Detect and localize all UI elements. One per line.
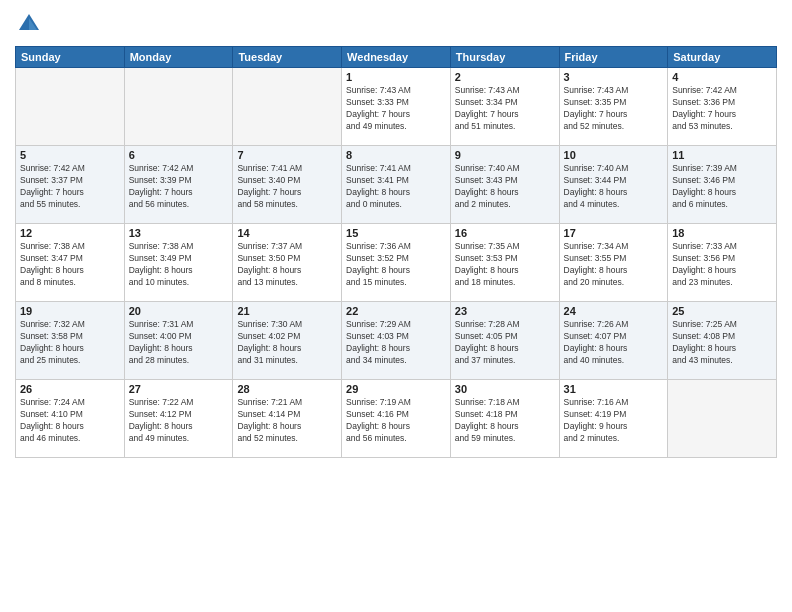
day-number: 13 [129,227,229,239]
calendar-cell: 31Sunrise: 7:16 AM Sunset: 4:19 PM Dayli… [559,380,668,458]
day-number: 22 [346,305,446,317]
day-number: 4 [672,71,772,83]
day-info: Sunrise: 7:29 AM Sunset: 4:03 PM Dayligh… [346,319,446,367]
calendar-cell: 8Sunrise: 7:41 AM Sunset: 3:41 PM Daylig… [342,146,451,224]
week-row-4: 19Sunrise: 7:32 AM Sunset: 3:58 PM Dayli… [16,302,777,380]
calendar-cell: 22Sunrise: 7:29 AM Sunset: 4:03 PM Dayli… [342,302,451,380]
day-info: Sunrise: 7:40 AM Sunset: 3:43 PM Dayligh… [455,163,555,211]
day-number: 6 [129,149,229,161]
calendar-cell: 1Sunrise: 7:43 AM Sunset: 3:33 PM Daylig… [342,68,451,146]
calendar-cell: 7Sunrise: 7:41 AM Sunset: 3:40 PM Daylig… [233,146,342,224]
col-header-friday: Friday [559,47,668,68]
day-info: Sunrise: 7:38 AM Sunset: 3:49 PM Dayligh… [129,241,229,289]
calendar-cell: 20Sunrise: 7:31 AM Sunset: 4:00 PM Dayli… [124,302,233,380]
calendar-cell: 19Sunrise: 7:32 AM Sunset: 3:58 PM Dayli… [16,302,125,380]
calendar-cell: 15Sunrise: 7:36 AM Sunset: 3:52 PM Dayli… [342,224,451,302]
calendar-cell: 17Sunrise: 7:34 AM Sunset: 3:55 PM Dayli… [559,224,668,302]
day-info: Sunrise: 7:41 AM Sunset: 3:40 PM Dayligh… [237,163,337,211]
calendar-table: SundayMondayTuesdayWednesdayThursdayFrid… [15,46,777,458]
calendar-cell: 13Sunrise: 7:38 AM Sunset: 3:49 PM Dayli… [124,224,233,302]
day-number: 29 [346,383,446,395]
day-info: Sunrise: 7:21 AM Sunset: 4:14 PM Dayligh… [237,397,337,445]
day-info: Sunrise: 7:32 AM Sunset: 3:58 PM Dayligh… [20,319,120,367]
calendar-cell: 9Sunrise: 7:40 AM Sunset: 3:43 PM Daylig… [450,146,559,224]
week-row-3: 12Sunrise: 7:38 AM Sunset: 3:47 PM Dayli… [16,224,777,302]
day-info: Sunrise: 7:34 AM Sunset: 3:55 PM Dayligh… [564,241,664,289]
day-info: Sunrise: 7:43 AM Sunset: 3:33 PM Dayligh… [346,85,446,133]
calendar-cell: 12Sunrise: 7:38 AM Sunset: 3:47 PM Dayli… [16,224,125,302]
day-info: Sunrise: 7:26 AM Sunset: 4:07 PM Dayligh… [564,319,664,367]
day-number: 26 [20,383,120,395]
calendar-cell: 5Sunrise: 7:42 AM Sunset: 3:37 PM Daylig… [16,146,125,224]
day-number: 9 [455,149,555,161]
col-header-monday: Monday [124,47,233,68]
day-info: Sunrise: 7:37 AM Sunset: 3:50 PM Dayligh… [237,241,337,289]
calendar-page: SundayMondayTuesdayWednesdayThursdayFrid… [0,0,792,612]
day-info: Sunrise: 7:40 AM Sunset: 3:44 PM Dayligh… [564,163,664,211]
calendar-cell [124,68,233,146]
day-number: 19 [20,305,120,317]
col-header-thursday: Thursday [450,47,559,68]
day-number: 21 [237,305,337,317]
col-header-sunday: Sunday [16,47,125,68]
day-number: 7 [237,149,337,161]
calendar-cell: 2Sunrise: 7:43 AM Sunset: 3:34 PM Daylig… [450,68,559,146]
day-number: 28 [237,383,337,395]
day-info: Sunrise: 7:31 AM Sunset: 4:00 PM Dayligh… [129,319,229,367]
day-number: 11 [672,149,772,161]
calendar-cell: 6Sunrise: 7:42 AM Sunset: 3:39 PM Daylig… [124,146,233,224]
day-number: 1 [346,71,446,83]
day-info: Sunrise: 7:25 AM Sunset: 4:08 PM Dayligh… [672,319,772,367]
day-number: 30 [455,383,555,395]
calendar-cell: 25Sunrise: 7:25 AM Sunset: 4:08 PM Dayli… [668,302,777,380]
day-info: Sunrise: 7:43 AM Sunset: 3:35 PM Dayligh… [564,85,664,133]
day-number: 5 [20,149,120,161]
day-info: Sunrise: 7:41 AM Sunset: 3:41 PM Dayligh… [346,163,446,211]
calendar-cell: 28Sunrise: 7:21 AM Sunset: 4:14 PM Dayli… [233,380,342,458]
day-number: 15 [346,227,446,239]
day-info: Sunrise: 7:43 AM Sunset: 3:34 PM Dayligh… [455,85,555,133]
day-number: 31 [564,383,664,395]
calendar-cell: 18Sunrise: 7:33 AM Sunset: 3:56 PM Dayli… [668,224,777,302]
day-info: Sunrise: 7:24 AM Sunset: 4:10 PM Dayligh… [20,397,120,445]
calendar-cell: 23Sunrise: 7:28 AM Sunset: 4:05 PM Dayli… [450,302,559,380]
day-number: 23 [455,305,555,317]
day-info: Sunrise: 7:16 AM Sunset: 4:19 PM Dayligh… [564,397,664,445]
calendar-cell: 21Sunrise: 7:30 AM Sunset: 4:02 PM Dayli… [233,302,342,380]
calendar-cell [16,68,125,146]
calendar-cell: 26Sunrise: 7:24 AM Sunset: 4:10 PM Dayli… [16,380,125,458]
day-number: 12 [20,227,120,239]
logo [15,10,47,38]
calendar-cell: 11Sunrise: 7:39 AM Sunset: 3:46 PM Dayli… [668,146,777,224]
day-number: 10 [564,149,664,161]
day-number: 8 [346,149,446,161]
day-number: 16 [455,227,555,239]
week-row-5: 26Sunrise: 7:24 AM Sunset: 4:10 PM Dayli… [16,380,777,458]
day-info: Sunrise: 7:35 AM Sunset: 3:53 PM Dayligh… [455,241,555,289]
day-info: Sunrise: 7:39 AM Sunset: 3:46 PM Dayligh… [672,163,772,211]
day-info: Sunrise: 7:42 AM Sunset: 3:36 PM Dayligh… [672,85,772,133]
day-number: 27 [129,383,229,395]
calendar-cell [668,380,777,458]
day-number: 25 [672,305,772,317]
day-info: Sunrise: 7:38 AM Sunset: 3:47 PM Dayligh… [20,241,120,289]
header [15,10,777,38]
day-info: Sunrise: 7:42 AM Sunset: 3:37 PM Dayligh… [20,163,120,211]
calendar-cell: 14Sunrise: 7:37 AM Sunset: 3:50 PM Dayli… [233,224,342,302]
day-number: 2 [455,71,555,83]
day-info: Sunrise: 7:30 AM Sunset: 4:02 PM Dayligh… [237,319,337,367]
week-row-1: 1Sunrise: 7:43 AM Sunset: 3:33 PM Daylig… [16,68,777,146]
day-info: Sunrise: 7:28 AM Sunset: 4:05 PM Dayligh… [455,319,555,367]
calendar-cell: 30Sunrise: 7:18 AM Sunset: 4:18 PM Dayli… [450,380,559,458]
calendar-cell: 24Sunrise: 7:26 AM Sunset: 4:07 PM Dayli… [559,302,668,380]
day-number: 3 [564,71,664,83]
col-header-tuesday: Tuesday [233,47,342,68]
logo-icon [15,10,43,38]
col-header-wednesday: Wednesday [342,47,451,68]
day-info: Sunrise: 7:42 AM Sunset: 3:39 PM Dayligh… [129,163,229,211]
col-header-saturday: Saturday [668,47,777,68]
calendar-cell: 27Sunrise: 7:22 AM Sunset: 4:12 PM Dayli… [124,380,233,458]
day-number: 17 [564,227,664,239]
day-number: 14 [237,227,337,239]
day-number: 18 [672,227,772,239]
